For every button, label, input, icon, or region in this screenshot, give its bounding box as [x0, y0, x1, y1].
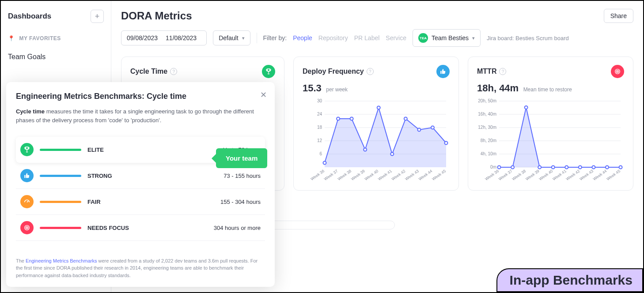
metric-value: 18h, 44m: [477, 83, 519, 94]
svg-text:Week 44: Week 44: [592, 169, 608, 181]
svg-text:Week 36: Week 36: [310, 169, 325, 181]
filter-people[interactable]: People: [293, 34, 312, 41]
favorites-header: 📍 MY FAVORITES: [8, 35, 104, 41]
share-button[interactable]: Share: [604, 9, 633, 23]
svg-text:Week 40: Week 40: [538, 169, 554, 181]
svg-point-17: [417, 128, 420, 131]
svg-point-16: [404, 117, 407, 120]
svg-point-10: [323, 162, 326, 165]
favorites-label: MY FAVORITES: [19, 35, 61, 41]
filter-by-label: Filter by:: [263, 34, 287, 41]
modal-title: Engineering Metrics Benchmarks: Cycle ti…: [16, 92, 265, 101]
svg-text:Week 43: Week 43: [404, 169, 420, 181]
desc-rest: measures the time it takes for a single …: [16, 108, 254, 124]
team-select[interactable]: TEA Team Besties ▾: [413, 29, 481, 47]
svg-text:Week 39: Week 39: [525, 169, 540, 181]
mttr-chart: 0m4h, 10m8h, 20m12h, 30m16h, 40m20h, 50m…: [477, 98, 624, 184]
team-name: Team Besties: [432, 34, 469, 41]
date-to: 11/08/2023: [166, 34, 197, 41]
card-deploy-frequency[interactable]: Deploy Frequency ? 15.3 per week 6121824…: [293, 56, 459, 191]
desc-bold: Cycle time: [16, 108, 45, 115]
benchmark-range: 73 - 155 hours: [224, 173, 261, 179]
promo-banner: In-app Benchmarks: [496, 268, 643, 292]
filter-service[interactable]: Service: [386, 34, 406, 41]
thumbs-up-icon: [436, 65, 450, 78]
gauge-icon: [20, 195, 34, 208]
svg-text:12h, 30m: 12h, 30m: [478, 125, 496, 130]
svg-point-11: [337, 117, 340, 120]
help-icon[interactable]: ?: [170, 68, 177, 75]
page-title: DORA Metrics: [121, 10, 192, 22]
modal-description: Cycle time measures the time it takes fo…: [16, 107, 265, 124]
svg-text:4h, 10m: 4h, 10m: [481, 151, 496, 156]
svg-text:Week 38: Week 38: [337, 169, 352, 181]
card-mttr[interactable]: MTTR ? 18h, 44m Mean time to restore 0m4…: [468, 56, 633, 191]
benchmark-label: STRONG: [87, 173, 136, 179]
svg-point-53: [606, 166, 609, 169]
svg-text:Week 41: Week 41: [377, 169, 393, 181]
benchmark-range: 155 - 304 hours: [220, 199, 261, 205]
svg-point-19: [445, 142, 448, 145]
filter-repository[interactable]: Repository: [318, 34, 348, 41]
chevron-down-icon: ▾: [242, 35, 245, 41]
benchmark-row-fair[interactable]: FAIR 155 - 304 hours: [16, 189, 265, 215]
svg-text:0m: 0m: [490, 165, 496, 169]
svg-point-54: [619, 166, 622, 169]
filter-pr-label[interactable]: PR Label: [354, 34, 380, 41]
svg-point-52: [592, 166, 595, 169]
close-icon[interactable]: ✕: [260, 90, 267, 100]
sidebar-item-team-goals[interactable]: Team Goals: [8, 53, 104, 61]
benchmark-row-focus[interactable]: NEEDS FOCUS 304 hours or more: [16, 215, 265, 241]
trophy-icon: [20, 143, 34, 156]
svg-point-67: [27, 227, 27, 228]
sidebar-title: Dashboards: [8, 12, 51, 21]
svg-point-48: [538, 166, 541, 169]
svg-text:16h, 40m: 16h, 40m: [478, 112, 496, 116]
svg-text:Week 36: Week 36: [484, 169, 500, 181]
team-badge: TEA: [418, 33, 428, 43]
svg-text:Week 42: Week 42: [391, 169, 406, 181]
chevron-down-icon: ▾: [472, 35, 475, 41]
svg-point-46: [511, 166, 514, 169]
help-icon[interactable]: ?: [367, 68, 374, 75]
date-from: 09/08/2023: [127, 34, 158, 41]
svg-text:Week 40: Week 40: [364, 169, 379, 181]
svg-point-45: [498, 166, 501, 169]
svg-point-12: [350, 117, 353, 120]
benchmark-bar: [40, 227, 81, 229]
date-range-picker[interactable]: 09/08/2023 11/08/2023: [121, 30, 207, 45]
thumbs-up-icon: [20, 169, 34, 182]
benchmark-label: FAIR: [87, 199, 136, 205]
benchmark-bar: [40, 175, 81, 177]
svg-text:12: 12: [317, 138, 322, 143]
add-dashboard-button[interactable]: +: [91, 10, 104, 23]
svg-point-13: [364, 148, 367, 151]
svg-text:Week 37: Week 37: [323, 169, 339, 181]
benchmark-bar: [40, 201, 81, 203]
svg-point-14: [377, 106, 380, 109]
card-title: Cycle Time: [130, 68, 167, 75]
view-select[interactable]: Default ▾: [213, 30, 250, 45]
deploy-chart: 612182430Week 36Week 37Week 38Week 39Wee…: [303, 98, 450, 184]
svg-text:Week 42: Week 42: [565, 169, 581, 181]
svg-text:18: 18: [317, 125, 322, 130]
svg-text:20h, 50m: 20h, 50m: [478, 98, 496, 103]
benchmarks-link[interactable]: Engineering Metrics Benchmarks: [26, 258, 97, 263]
benchmarks-modal: ✕ Engineering Metrics Benchmarks: Cycle …: [6, 82, 275, 287]
your-team-badge: Your team: [216, 148, 267, 168]
pin-icon: 📍: [8, 35, 15, 41]
divider: [257, 33, 257, 43]
card-title: Deploy Frequency: [303, 68, 364, 75]
svg-point-32: [617, 71, 617, 71]
benchmark-label: ELITE: [87, 146, 136, 153]
svg-point-47: [525, 106, 528, 109]
trophy-icon: [262, 65, 275, 78]
benchmark-label: NEEDS FOCUS: [87, 225, 136, 231]
svg-text:Week 38: Week 38: [511, 169, 527, 181]
svg-text:Week 45: Week 45: [606, 169, 621, 181]
help-icon[interactable]: ?: [499, 68, 506, 75]
svg-text:Week 45: Week 45: [431, 169, 447, 181]
svg-text:Week 39: Week 39: [350, 169, 366, 181]
target-icon: [20, 221, 34, 234]
svg-point-15: [390, 153, 394, 156]
